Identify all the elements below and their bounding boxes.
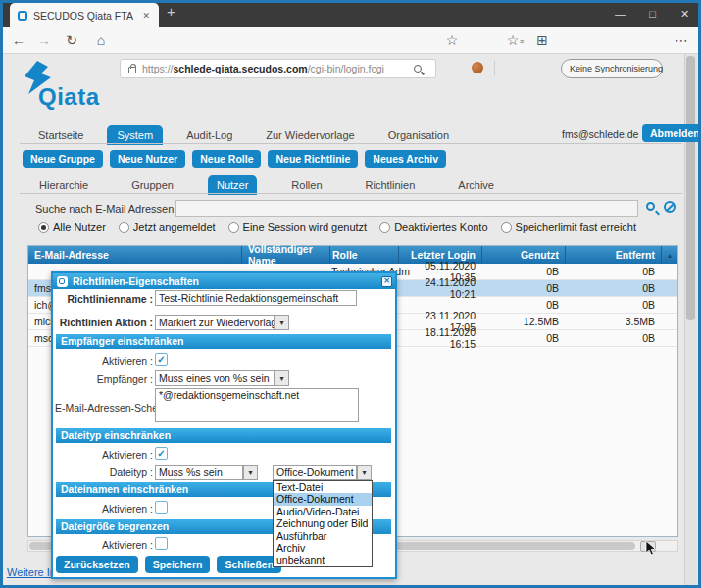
aktivieren-label: Aktivieren : [55,503,153,514]
nav-audit-log[interactable]: Audit-Log [176,125,242,145]
option-office-dokument[interactable]: Office-Dokument [274,493,372,505]
url-text[interactable]: https://schlede-qiata.secudos.com/cgi-bi… [142,63,384,74]
aktivieren-label: Aktivieren : [55,355,153,367]
page-vertical-scrollbar-thumb[interactable] [686,56,695,320]
dateityp-rule-dropdown-icon[interactable]: ▾ [243,465,258,480]
extension-icon[interactable] [472,62,483,74]
empfaenger-dropdown-icon[interactable]: ▾ [275,370,289,386]
profile-button[interactable]: Keine Synchronisierung [561,59,663,78]
richtlinien-aktion-label: Richtlinien Aktion : [55,317,153,328]
browser-tab[interactable]: SECUDOS Qiata FTA ✕ [10,3,159,27]
search-label: Suche nach E-Mail Adressen : [35,203,179,215]
dialog-titlebar[interactable]: Richtlinien-Eigenschaften ✕ [53,273,395,289]
filter-session-genutzt[interactable]: Eine Session wird genutzt [228,221,368,233]
empfaenger-aktivieren-checkbox[interactable] [155,353,168,366]
nav-startseite[interactable]: Startseite [28,125,93,145]
tab-close-icon[interactable]: ✕ [139,9,153,23]
lock-icon [128,67,136,74]
schema-label: E-Mail-Adressen-Schema : [55,402,153,414]
dateityp-type-select[interactable]: Office-Dokument [273,465,357,480]
option-ausfuehrbar[interactable]: Ausführbar [274,530,372,542]
maximize-button[interactable]: □ [636,0,669,27]
richtlinien-aktion-select[interactable]: Markiert zur Wiedervorlage [155,315,275,330]
radio-icon [228,222,239,233]
filter-alle-nutzer[interactable]: Alle Nutzer [38,221,106,233]
schema-textarea[interactable]: *@redaktionsgemeinschaft.net [155,388,359,422]
dateityp-aktivieren-checkbox[interactable] [155,447,168,460]
logout-button[interactable]: Abmelden [642,124,701,142]
neue-rolle-button[interactable]: Neue Rolle [192,150,261,168]
dateinamen-aktivieren-checkbox[interactable] [155,501,168,514]
collections-icon[interactable]: ⊞ [533,32,551,48]
table-header: E-Mail-Adresse Vollständiger Name Rolle … [28,246,677,264]
nav-organisation[interactable]: Organisation [378,125,459,145]
radio-icon [501,222,512,233]
nav-system[interactable]: System [107,125,163,145]
refresh-icon[interactable]: ↻ [63,32,80,48]
browser-titlebar: SECUDOS Qiata FTA ✕ + — □ ✕ [0,0,701,27]
sync-status: Keine Synchronisierung [562,64,663,74]
sub-tabs: Hierarchie Gruppen Nutzer Rollen Richtli… [30,175,503,195]
dateigroesse-aktivieren-checkbox[interactable] [155,537,168,550]
filter-speicherlimit[interactable]: Speicherlimit fast erreicht [501,221,637,233]
dateityp-rule-select[interactable]: Muss %s sein [155,465,243,480]
zuruecksetzen-button[interactable]: Zurücksetzen [56,556,138,573]
minimize-button[interactable]: — [604,0,636,27]
col-email[interactable]: E-Mail-Adresse [28,246,241,264]
neue-gruppe-button[interactable]: Neue Gruppe [23,150,103,168]
tab-title: SECUDOS Qiata FTA [33,10,139,22]
toolbar-divider [494,61,495,75]
sort-column[interactable]: ▲ [661,246,677,264]
tab-rollen[interactable]: Rollen [282,175,330,195]
search-input[interactable] [175,200,638,217]
section-dateityp: Dateityp einschränken [56,428,391,443]
search-icon[interactable] [646,202,655,211]
col-rolle[interactable]: Rolle [329,246,398,264]
neue-nutzer-button[interactable]: Neue Nutzer [110,150,185,168]
option-archiv[interactable]: Archiv [274,542,372,554]
user-email: fms@schlede.de [562,128,638,140]
filter-jetzt-angemeldet[interactable]: Jetzt angemeldet [119,221,216,233]
new-tab-button[interactable]: + [167,3,175,20]
tab-hierarchie[interactable]: Hierarchie [30,175,97,195]
window-close-button[interactable]: ✕ [669,0,701,27]
col-name[interactable]: Vollständiger Name [241,246,329,264]
tab-richtlinien[interactable]: Richtlinien [357,175,425,195]
dialog-close-icon[interactable]: ✕ [381,276,392,287]
neue-richtlinie-button[interactable]: Neue Richtlinie [268,150,358,168]
tab-archive[interactable]: Archive [449,175,503,195]
filter-deaktiviertes-konto[interactable]: Deaktiviertes Konto [379,221,487,233]
aktivieren-label: Aktivieren : [55,539,153,551]
richtlinien-aktion-dropdown-icon[interactable]: ▾ [275,315,289,330]
filter-radios: Alle Nutzer Jetzt angemeldet Eine Sessio… [38,221,636,233]
col-entfernt[interactable]: Entfernt [565,246,661,264]
empfaenger-select[interactable]: Muss eines von %s sein [155,370,275,386]
zoom-page-icon[interactable] [414,65,422,73]
clear-search-icon[interactable] [664,201,676,213]
back-icon[interactable]: ← [10,32,27,48]
dateityp-type-dropdown-icon[interactable]: ▾ [357,465,372,480]
home-icon[interactable]: ⌂ [92,32,110,48]
neues-archiv-button[interactable]: Neues Archiv [365,150,446,168]
option-unbekannt[interactable]: unbekannt [274,554,372,565]
richtlinienname-input[interactable] [155,290,357,306]
dateityp-label: Dateityp : [55,466,153,478]
favorite-star-icon[interactable]: ☆ [443,32,461,48]
option-audio-video[interactable]: Audio/Video-Datei [274,506,372,517]
favorites-bar-icon[interactable]: ☆ [504,32,522,48]
qiata-logo-text: Qiata [38,83,100,111]
option-zeichnung-bild[interactable]: Zeichnung oder Bild [274,517,372,529]
tab-nutzer[interactable]: Nutzer [208,175,257,195]
tab-gruppen[interactable]: Gruppen [123,175,182,195]
option-text-datei[interactable]: Text-Datei [274,481,372,493]
dialog-buttons: Zurücksetzen Speichern Schließen [56,556,281,573]
qiata-favicon-icon [18,11,27,21]
radio-icon [119,222,129,233]
nav-zur-wiedervorlage[interactable]: Zur Wiedervorlage [256,125,364,145]
more-menu-icon[interactable]: ⋯ [673,32,690,48]
col-genutzt[interactable]: Genutzt [481,246,565,264]
address-bar[interactable]: https://schlede-qiata.secudos.com/cgi-bi… [120,59,436,78]
richtlinien-dialog: Richtlinien-Eigenschaften ✕ Richtlinienn… [51,271,397,579]
speichern-button[interactable]: Speichern [145,556,211,573]
page-content: Qiata Startseite System Audit-Log Zur Wi… [3,54,698,585]
